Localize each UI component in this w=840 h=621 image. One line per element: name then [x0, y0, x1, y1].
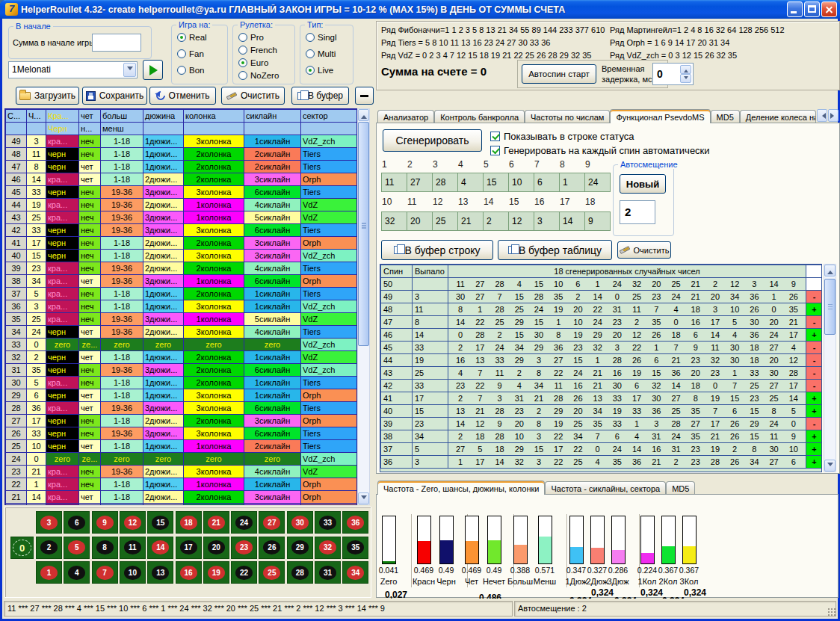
radio-icon[interactable] [238, 58, 247, 67]
resize-grip[interactable] [827, 608, 836, 617]
table-row[interactable]: 2717черннеч1-182дюжи...2колонка3сиклайнO… [6, 415, 358, 427]
board-cell-18[interactable]: 18 [176, 511, 202, 534]
tab-функционал-psevdoms[interactable]: Функционал PsevdoMS [610, 109, 710, 123]
gen-table-row[interactable]: 39231412920819253533132827172629240- [381, 418, 823, 430]
checkbox-generate-each-spin[interactable]: Генерировать на каждый спин автоматическ… [490, 145, 710, 156]
board-cell-4[interactable]: 4 [64, 561, 90, 584]
radio-type-singl[interactable]: Singl [306, 33, 337, 42]
board-cell-2[interactable]: 2 [36, 537, 62, 559]
freq-tab-1[interactable]: Частота - сиклайны, сектора [545, 481, 666, 495]
tab-scroll-right-icon[interactable] [828, 109, 839, 122]
toolbar-button-1[interactable]: Сохранить [82, 87, 147, 105]
scroll-up-icon[interactable] [824, 265, 836, 276]
board-cell-14[interactable]: 14 [147, 537, 173, 559]
gen-table-row[interactable]: 40151321282322920341933362535761585+ [381, 405, 823, 418]
spin-up-icon[interactable] [680, 65, 691, 74]
board-cell-8[interactable]: 8 [92, 537, 118, 559]
generated-numbers-table[interactable]: СпинВыпало18 сгенерированных случайных ч… [380, 264, 822, 472]
radio-type-multi[interactable]: Multi [306, 49, 336, 58]
radio-icon[interactable] [177, 33, 186, 42]
radio-icon[interactable] [306, 49, 315, 58]
scroll-down-icon[interactable] [358, 492, 369, 504]
radio-icon[interactable] [238, 71, 247, 80]
table-row[interactable]: 363кра...неч1-181дюжи...3колонка1сиклайн… [6, 300, 358, 313]
gen-table-row[interactable]: 49330277152835214025232421203436126- [381, 291, 823, 303]
table-row[interactable]: 2114кра...чет1-182дюжи...2колонка3сиклай… [6, 491, 358, 504]
board-cell-21[interactable]: 21 [203, 511, 229, 534]
table-row[interactable]: 3424чернчет19-362дюжи...3колонка4сиклайн… [6, 326, 358, 339]
table-row[interactable]: 4419кра...неч19-362дюжи...1колонка4сикла… [6, 199, 358, 211]
board-cell-13[interactable]: 13 [147, 561, 173, 584]
gen-table-row[interactable]: 43254711282224211619153620231333028- [381, 367, 823, 380]
table-row[interactable]: 2836кра...чет19-363дюжи...3колонка6сикла… [6, 402, 358, 415]
board-cell-19[interactable]: 19 [203, 561, 229, 584]
spins-history-table[interactable]: С...Ч...Кра...четбольшдюжинаколонкасикла… [4, 108, 357, 505]
radio-icon[interactable] [177, 66, 186, 75]
table-row[interactable]: 3923кра...неч19-362дюжи...2колонка4сикла… [6, 262, 358, 275]
tab-частоты-по-числам[interactable]: Частоты по числам [525, 110, 610, 123]
tab-md5[interactable]: MD5 [711, 110, 740, 123]
scrollbar-thumb[interactable] [824, 279, 836, 335]
table-row[interactable]: 3135черннеч19-363дюжи...2колонка6сиклайн… [6, 364, 358, 377]
board-cell-10[interactable]: 10 [120, 561, 146, 584]
table-row[interactable]: 4533черннеч19-363дюжи...3колонка6сиклайн… [6, 186, 358, 199]
table-row[interactable]: 3834кра...чет19-363дюжи...1колонка6сикла… [6, 275, 358, 288]
table-row[interactable]: 2014кра...чет1-182дюжи...2колонка3сиклай… [6, 504, 358, 506]
gen-table-row[interactable]: 411727331212826133317302781915232514+ [381, 392, 823, 405]
history-table-scrollbar[interactable] [357, 108, 370, 505]
table-row[interactable]: 2321кра...неч19-362дюжи...3колонка4сикла… [6, 466, 358, 478]
scrollbar-thumb[interactable] [358, 122, 369, 346]
table-row[interactable]: 375кра...неч1-181дюжи...2колонка1сиклайн… [6, 288, 358, 300]
tab-контроль-банкролла[interactable]: Контроль банкролла [434, 110, 525, 123]
preset-combobox[interactable]: 1Melonati [8, 61, 138, 78]
toolbar-button-3[interactable]: Очистить [221, 87, 285, 105]
table-row[interactable]: 322чернчет1-181дюжи...2колонка1сиклайнVd… [6, 351, 358, 364]
radio-game-fan[interactable]: Fan [177, 49, 204, 58]
radio-game-real[interactable]: Real [177, 33, 207, 42]
board-cell-28[interactable]: 28 [287, 561, 313, 584]
gen-table-row[interactable]: 42332322943411162130632141807252717- [381, 380, 823, 392]
tab-scroll-left-icon[interactable] [817, 109, 827, 122]
board-cell-31[interactable]: 31 [315, 561, 341, 584]
table-row[interactable]: 4811черннеч1-181дюжи...2колонка2сиклайнT… [6, 148, 358, 161]
radio-roulette-french[interactable]: French [238, 46, 277, 55]
start-sum-input[interactable] [92, 34, 141, 52]
copy-row-button[interactable]: В буфер строку [381, 240, 493, 260]
board-cell-1[interactable]: 1 [36, 561, 62, 584]
table-row[interactable]: 4015черннеч1-182дюжи...3колонка3сиклайнV… [6, 250, 358, 262]
radio-roulette-pro[interactable]: Pro [238, 33, 264, 42]
board-cell-29[interactable]: 29 [287, 537, 313, 559]
board-cell-33[interactable]: 33 [315, 511, 341, 534]
board-cell-zero[interactable]: 0 [10, 537, 34, 559]
gen-table-scrollbar[interactable] [824, 264, 836, 472]
autoshift-value-field[interactable]: 2 [620, 200, 655, 224]
radio-roulette-nozero[interactable]: NoZero [238, 71, 279, 80]
gen-table-row[interactable]: 4533217243429362332322179113018274- [381, 342, 823, 354]
freq-tab-2[interactable]: MD5 [666, 481, 695, 495]
board-cell-26[interactable]: 26 [259, 537, 285, 559]
table-row[interactable]: 493кра...неч1-181дюжи...3колонка1сиклайн… [6, 135, 358, 148]
gen-table-row[interactable]: 3631171432322254353621223282634276+ [381, 456, 823, 469]
board-cell-6[interactable]: 6 [64, 511, 90, 534]
table-row[interactable]: 4325кра...неч19-363дюжи...1колонка5сикла… [6, 211, 358, 224]
board-cell-27[interactable]: 27 [259, 511, 285, 534]
spin-down-icon[interactable] [680, 74, 691, 83]
table-row[interactable]: 4233черннеч19-363дюжи...3колонка6сиклайн… [6, 224, 358, 237]
table-row[interactable]: 296чернчет1-181дюжи...3колонка1сиклайнOr… [6, 389, 358, 402]
close-button[interactable] [821, 1, 837, 17]
autospin-start-button[interactable]: Автоспин старт [522, 64, 596, 84]
gen-table-row[interactable]: 3834218281032234764312435212615119+ [381, 430, 823, 443]
radio-icon[interactable] [177, 49, 186, 58]
tab-деление-колеса-на[interactable]: Деление колеса на [740, 110, 816, 123]
minimize-button[interactable] [787, 1, 803, 17]
gen-table-row[interactable]: 4419161333293271512826621233230182012- [381, 354, 823, 367]
board-cell-35[interactable]: 35 [342, 537, 368, 559]
gen-table-row[interactable]: 4811812825241920223111741831026035+ [381, 303, 823, 316]
delay-spinbox[interactable]: 0 [652, 63, 694, 85]
gen-table-row[interactable]: 50112728415106124322025212123149 [381, 278, 823, 291]
checkbox-icon[interactable] [490, 132, 500, 141]
board-cell-7[interactable]: 7 [92, 561, 118, 584]
checkbox-icon[interactable] [490, 146, 500, 155]
toolbar-button-2[interactable]: Отменить [149, 87, 216, 105]
radio-type-live[interactable]: Live [306, 66, 333, 75]
